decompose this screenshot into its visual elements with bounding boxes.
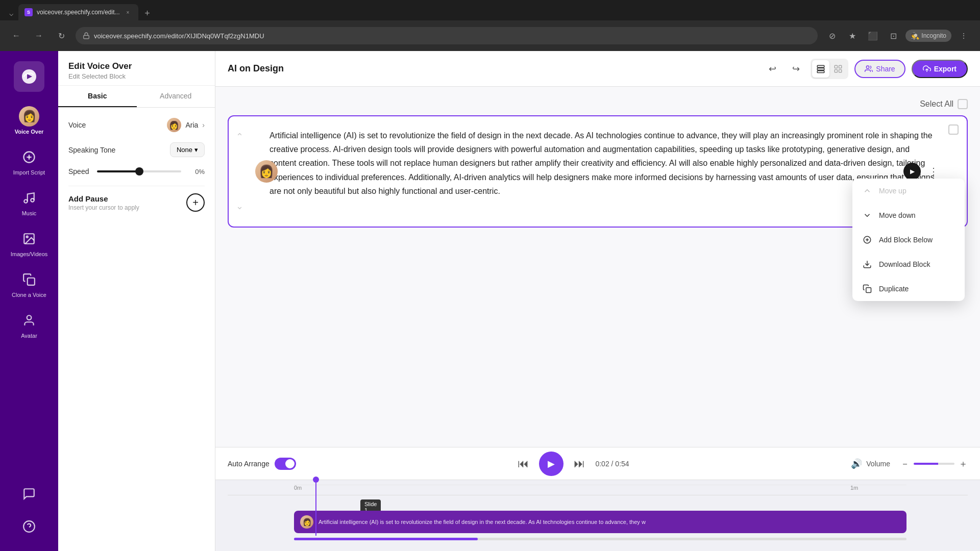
project-title: AI on Design	[228, 63, 755, 74]
select-all-row: Select All	[228, 99, 968, 109]
add-pause-title: Add Pause	[68, 194, 139, 203]
play-block-button[interactable]: ▶	[903, 163, 921, 180]
screen-reader-icon[interactable]: ⊘	[824, 28, 840, 44]
share-button[interactable]: Share	[854, 60, 905, 78]
tab-favicon: S	[24, 8, 33, 16]
sidebar-item-voice-over[interactable]: 👩 Voice Over	[6, 102, 52, 139]
sidebar-label-clone: Clone a Voice	[12, 292, 46, 298]
export-icon	[923, 65, 931, 73]
more-options-button[interactable]: ⋮	[926, 164, 941, 179]
address-bar[interactable]: voiceover.speechify.com/editor/XIJlDNq0W…	[76, 27, 818, 44]
auto-arrange-toggle[interactable]	[275, 458, 296, 470]
editor-area: Select All ⌃ ⌄ 👩 ▶ ⋮	[215, 87, 980, 447]
dropdown-item-download[interactable]: Download Block	[852, 252, 965, 277]
nav-up-arrow[interactable]: ⌃	[236, 131, 243, 143]
tab-list-button[interactable]: ⌵	[4, 6, 18, 20]
volume-control: 🔊 Volume	[851, 458, 890, 469]
sidebar-item-music[interactable]: Music	[6, 184, 52, 220]
move-up-icon	[862, 185, 873, 196]
new-tab-button[interactable]: +	[140, 6, 155, 20]
stacked-view-icon	[816, 64, 825, 73]
sidebar-item-images-videos[interactable]: Images/Videos	[6, 224, 52, 261]
dropdown-item-add-block[interactable]: Add Block Below	[852, 228, 965, 252]
block-checkbox[interactable]	[948, 124, 959, 135]
sidebar-label-import: Import Script	[13, 169, 45, 176]
dropdown-item-duplicate[interactable]: Duplicate	[852, 277, 965, 301]
tab-basic[interactable]: Basic	[58, 86, 137, 107]
nav-down-arrow[interactable]: ⌄	[236, 200, 243, 212]
back-button[interactable]: ←	[8, 28, 24, 44]
svg-rect-12	[818, 65, 825, 67]
sidebar-item-help[interactable]	[6, 512, 52, 541]
dropdown-label-add-block: Add Block Below	[879, 236, 933, 244]
time-display: 0:02 / 0:54	[595, 460, 629, 468]
skip-back-button[interactable]: ⏮	[518, 457, 529, 470]
more-button[interactable]: ⋮	[955, 28, 972, 44]
speaking-tone-select[interactable]: None ▾	[170, 142, 205, 157]
sidebar-item-chat[interactable]	[6, 480, 52, 508]
nav-actions: ⊘ ★ ⬛ ⊡ 🕵 Incognito ⋮	[824, 28, 972, 44]
play-pause-button[interactable]: ▶	[539, 452, 564, 476]
active-tab[interactable]: S voiceover.speechify.com/edit... ×	[18, 4, 138, 20]
play-icon: ▶	[548, 458, 555, 469]
voice-section: Voice 👩 Aria ›	[68, 118, 205, 132]
brand-logo[interactable]	[14, 61, 44, 92]
cast-icon[interactable]: ⬛	[865, 28, 881, 44]
track-progress	[294, 538, 906, 540]
move-down-icon	[862, 210, 873, 221]
speaking-tone-value: None	[177, 146, 192, 154]
zoom-in-button[interactable]: ＋	[959, 458, 968, 470]
speed-label: Speed	[68, 167, 89, 176]
speaking-tone-chevron: ▾	[194, 146, 198, 154]
track-progress-fill	[294, 538, 478, 540]
timeline-ruler: 0m 1m	[228, 480, 968, 495]
skip-forward-button[interactable]: ⏭	[574, 457, 585, 470]
panel-title: Edit Voice Over	[68, 61, 205, 71]
forward-button[interactable]: →	[31, 28, 47, 44]
export-button[interactable]: Export	[912, 60, 968, 78]
panel-tabs: Basic Advanced	[58, 86, 215, 108]
dropdown-menu: Move up Move down Add Block Below	[852, 179, 965, 301]
share-icon	[865, 65, 873, 73]
sidebar-item-import-script[interactable]: Import Script	[6, 143, 52, 180]
select-all-checkbox[interactable]	[958, 99, 968, 109]
voice-over-avatar: 👩	[19, 106, 39, 127]
reload-button[interactable]: ↻	[53, 28, 69, 44]
svg-rect-16	[839, 65, 842, 68]
icon-sidebar: 👩 Voice Over Import Script Music	[0, 51, 58, 551]
svg-point-9	[27, 315, 32, 320]
text-block-content[interactable]: Artificial intelligence (AI) is set to r…	[270, 129, 936, 198]
select-all-label: Select All	[920, 99, 953, 109]
profile-icon[interactable]: ⊡	[885, 28, 901, 44]
clone-icon	[19, 269, 39, 290]
svg-rect-0	[84, 35, 89, 38]
view-grid-button[interactable]	[829, 60, 847, 78]
voice-avatar: 👩	[167, 118, 181, 132]
speed-slider[interactable]	[97, 170, 181, 172]
tab-close-button[interactable]: ×	[124, 8, 132, 16]
svg-rect-15	[835, 65, 838, 68]
track-block[interactable]: 👩 Artificial intelligence (AI) is set to…	[294, 511, 906, 533]
redo-button[interactable]: ↪	[787, 60, 804, 78]
sidebar-item-clone-voice[interactable]: Clone a Voice	[6, 265, 52, 302]
zoom-slider[interactable]	[914, 463, 954, 465]
sidebar-item-avatar[interactable]: Avatar	[6, 306, 52, 343]
add-pause-button[interactable]: +	[186, 193, 205, 212]
voice-selector[interactable]: 👩 Aria ›	[167, 118, 205, 132]
lock-icon	[83, 32, 90, 39]
dropdown-item-move-up[interactable]: Move up	[852, 179, 965, 203]
view-stacked-button[interactable]	[812, 60, 829, 78]
add-block-icon	[862, 234, 873, 245]
svg-point-19	[867, 66, 869, 68]
dropdown-item-move-down[interactable]: Move down	[852, 203, 965, 228]
zoom-out-button[interactable]: －	[900, 458, 910, 470]
undo-button[interactable]: ↩	[764, 60, 781, 78]
url-text: voiceover.speechify.com/editor/XIJlDNq0W…	[94, 32, 264, 40]
svg-point-5	[31, 198, 34, 202]
tab-advanced[interactable]: Advanced	[137, 86, 215, 107]
bookmark-icon[interactable]: ★	[844, 28, 861, 44]
voice-label: Voice	[68, 121, 86, 129]
volume-label: Volume	[866, 460, 890, 468]
incognito-badge: 🕵 Incognito	[905, 30, 951, 42]
grid-view-icon	[834, 64, 843, 73]
